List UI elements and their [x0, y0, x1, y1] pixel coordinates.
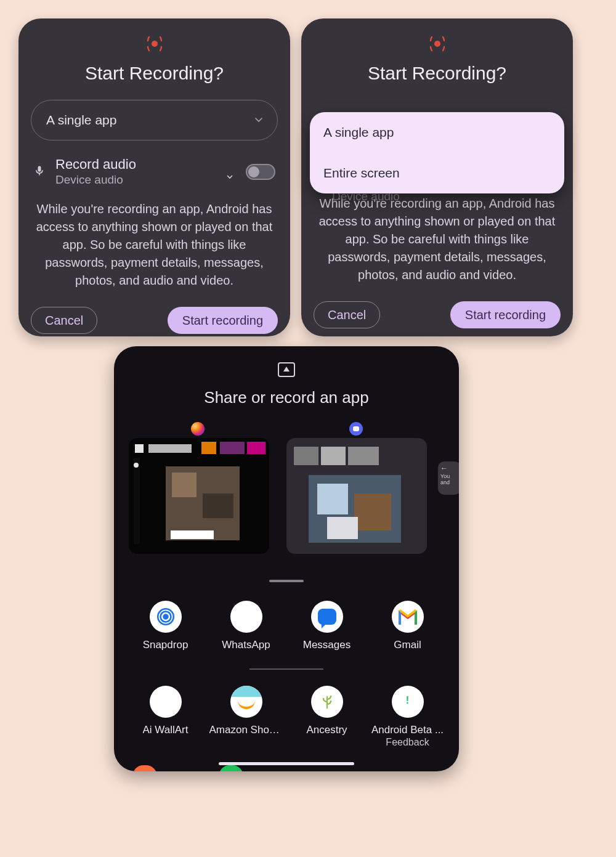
whatsapp-icon — [230, 601, 262, 633]
app-label: WhatsApp — [222, 639, 270, 651]
recording-warning: While you're recording an app, Android h… — [314, 195, 561, 284]
messages-icon — [311, 601, 343, 633]
recent-app-card-instagram[interactable] — [129, 438, 269, 554]
record-audio-text: Record audio Device audio — [55, 156, 222, 187]
discord-badge-icon — [349, 422, 363, 436]
record-dialog-open: Start Recording? Device audio While you'… — [301, 18, 573, 336]
app-row-all: ᐃ Ai WallArt Amazon Shop... Ancestry ! A… — [114, 686, 459, 747]
record-icon — [147, 36, 163, 52]
record-audio-toggle[interactable] — [246, 164, 275, 180]
app-label: Ai WallArt — [143, 724, 188, 736]
record-audio-title: Record audio — [55, 156, 222, 172]
cancel-button[interactable]: Cancel — [314, 301, 380, 328]
cast-share-icon — [278, 362, 295, 377]
recent-app-card-peek[interactable]: ← Youand — [438, 461, 459, 495]
app-android-beta-feedback[interactable]: ! Android Beta ... Feedback — [367, 686, 448, 747]
record-mode-select[interactable]: A single app — [31, 100, 278, 140]
record-mode-value: A single app — [46, 113, 116, 128]
mode-option-entire-screen[interactable]: Entire screen — [310, 153, 564, 193]
app-row-suggested: Snapdrop WhatsApp Messages Gmail — [114, 601, 459, 651]
app-label: Android Beta ... — [371, 724, 444, 736]
svg-point-2 — [163, 614, 168, 620]
app-messages[interactable]: Messages — [286, 601, 367, 651]
section-divider — [249, 668, 323, 670]
app-label: Amazon Shop... — [209, 724, 283, 736]
recent-app-card-discord[interactable] — [286, 438, 427, 554]
mic-icon — [33, 164, 47, 179]
dialog-title: Start Recording? — [31, 63, 278, 84]
snapdrop-icon — [150, 601, 182, 633]
app-label: Ancestry — [306, 724, 347, 736]
gesture-nav-bar[interactable] — [219, 762, 354, 765]
record-mode-dropdown: A single app Entire screen — [310, 112, 564, 193]
recent-peek-text: Youand — [440, 474, 450, 486]
share-record-sheet: Share or record an app ← Youand — [114, 346, 459, 771]
dialog-title: Start Recording? — [314, 63, 561, 84]
drag-handle[interactable] — [269, 580, 304, 582]
app-row-peek — [132, 765, 243, 771]
audio-chevron-down-icon — [226, 172, 233, 183]
ai-wallart-icon: ᐃ — [150, 686, 182, 718]
gmail-icon — [392, 601, 424, 633]
start-recording-button[interactable]: Start recording — [168, 307, 278, 334]
amazon-icon — [230, 686, 262, 718]
svg-point-0 — [152, 41, 158, 47]
app-label: Gmail — [394, 639, 421, 651]
record-dialog-closed: Start Recording? A single app Record aud… — [18, 18, 290, 336]
record-audio-subtitle: Device audio — [55, 173, 222, 187]
chevron-down-icon — [254, 113, 264, 128]
instagram-badge-icon — [191, 422, 205, 436]
app-label: Messages — [303, 639, 351, 651]
record-audio-row[interactable]: Record audio Device audio — [31, 156, 278, 187]
recents-carousel[interactable]: ← Youand — [114, 421, 459, 575]
ancestry-icon — [311, 686, 343, 718]
sheet-title: Share or record an app — [114, 388, 459, 407]
back-arrow-icon: ← — [440, 464, 448, 473]
app-ai-wallart[interactable]: ᐃ Ai WallArt — [125, 686, 206, 747]
recording-warning: While you're recording an app, Android h… — [31, 200, 278, 290]
android-beta-icon: ! — [392, 686, 424, 718]
app-gmail[interactable]: Gmail — [367, 601, 448, 651]
svg-point-1 — [434, 41, 440, 47]
app-amazon-shopping[interactable]: Amazon Shop... — [206, 686, 286, 747]
start-recording-button[interactable]: Start recording — [450, 301, 561, 328]
app-snapdrop[interactable]: Snapdrop — [125, 601, 206, 651]
record-icon — [429, 36, 445, 52]
mode-option-single-app[interactable]: A single app — [310, 112, 564, 153]
app-label: Snapdrop — [143, 639, 188, 651]
app-ancestry[interactable]: Ancestry — [286, 686, 367, 747]
cancel-button[interactable]: Cancel — [31, 307, 97, 334]
app-whatsapp[interactable]: WhatsApp — [206, 601, 286, 651]
app-sublabel: Feedback — [386, 737, 429, 748]
